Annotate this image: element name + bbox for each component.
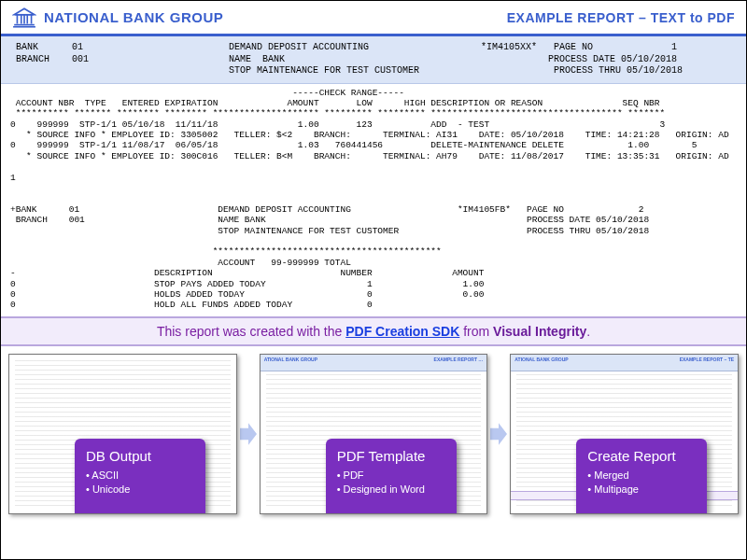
credit-bar: This report was created with the PDF Cre… xyxy=(1,316,746,346)
pdf-creation-sdk-link[interactable]: PDF Creation SDK xyxy=(345,324,459,339)
report-body-text: -----CHECK RANGE----- ACCOUNT NBR TYPE E… xyxy=(1,84,746,311)
stage-box: DB OutputASCIIUnicode xyxy=(75,439,205,514)
stage-title: DB Output xyxy=(86,448,194,464)
credit-prefix: This report was created with the xyxy=(157,324,345,339)
thumbnail-header: ATIONAL BANK GROUPEXAMPLE REPORT … xyxy=(261,355,487,371)
visual-integrity-label: Visual Integrity xyxy=(493,324,586,339)
report-title: EXAMPLE REPORT – TEXT to PDF xyxy=(507,10,735,25)
stage-bullet: Unicode xyxy=(86,483,194,495)
stage-bullet: Designed in Word xyxy=(337,483,445,495)
credit-sentence: This report was created with the PDF Cre… xyxy=(157,324,590,339)
stage-title: PDF Template xyxy=(337,448,445,464)
workflow-stage: DB OutputASCIIUnicode xyxy=(8,354,237,514)
stage-bullet: ASCII xyxy=(86,469,194,481)
top-bar: NATIONAL BANK GROUP EXAMPLE REPORT – TEX… xyxy=(1,1,746,36)
brand-title: NATIONAL BANK GROUP xyxy=(44,9,223,25)
thumbnail-header: ATIONAL BANK GROUPEXAMPLE REPORT – TE xyxy=(511,355,738,371)
brand: NATIONAL BANK GROUP xyxy=(12,7,223,28)
credit-suffix: . xyxy=(586,324,590,339)
stage-bullet: Merged xyxy=(587,469,696,481)
bank-icon xyxy=(12,7,36,28)
report-header-block: BANK 01 DEMAND DEPOSIT ACCOUNTING *IM410… xyxy=(1,36,746,84)
workflow-stage: ATIONAL BANK GROUPEXAMPLE REPORT …PDF Te… xyxy=(260,354,488,514)
workflow-stage: ATIONAL BANK GROUPEXAMPLE REPORT – TECre… xyxy=(510,354,739,514)
stage-bullet: Multipage xyxy=(587,483,696,495)
stage-bullets: MergedMultipage xyxy=(587,469,696,495)
workflow-row: DB OutputASCIIUnicodeATIONAL BANK GROUPE… xyxy=(1,346,746,514)
stage-title: Create Report xyxy=(587,448,696,464)
arrow-icon xyxy=(489,354,508,514)
stage-bullet: PDF xyxy=(337,469,445,481)
stage-bullets: ASCIIUnicode xyxy=(86,469,194,495)
stage-box: Create ReportMergedMultipage xyxy=(576,439,707,514)
stage-bullets: PDFDesigned in Word xyxy=(337,469,445,495)
arrow-icon xyxy=(239,354,258,514)
credit-mid: from xyxy=(463,324,493,339)
stage-box: PDF TemplatePDFDesigned in Word xyxy=(326,439,457,514)
